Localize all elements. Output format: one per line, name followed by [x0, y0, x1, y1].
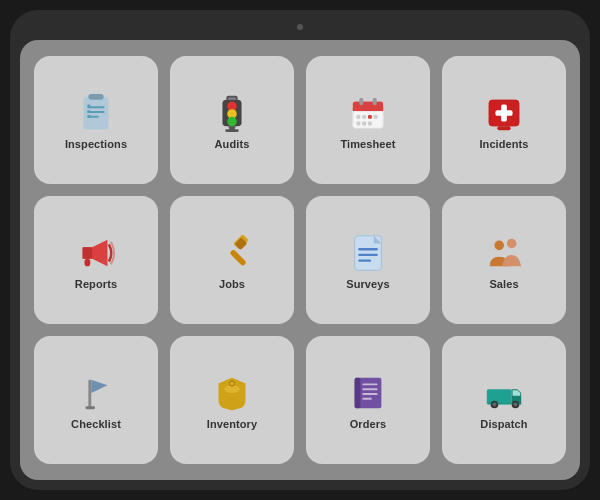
svg-rect-28: [362, 122, 366, 126]
app-label-sales: Sales: [489, 278, 518, 290]
svg-point-52: [224, 385, 239, 393]
app-label-reports: Reports: [75, 278, 117, 290]
svg-rect-61: [487, 389, 512, 404]
svg-point-14: [227, 117, 237, 127]
app-tile-inventory[interactable]: Inventory: [170, 336, 294, 464]
app-grid: Inspections Audits: [20, 40, 580, 480]
svg-rect-60: [362, 398, 372, 400]
device-frame: Inspections Audits: [10, 10, 590, 490]
dispatch-icon: [483, 372, 525, 414]
svg-rect-16: [225, 129, 238, 132]
svg-rect-58: [362, 388, 377, 390]
checklist-icon: [75, 372, 117, 414]
app-tile-audits[interactable]: Audits: [170, 56, 294, 184]
orders-icon: [347, 372, 389, 414]
svg-rect-29: [368, 122, 372, 126]
app-label-dispatch: Dispatch: [480, 418, 527, 430]
svg-rect-27: [357, 122, 361, 126]
app-tile-dispatch[interactable]: Dispatch: [442, 336, 566, 464]
camera-dot: [297, 24, 303, 30]
app-label-jobs: Jobs: [219, 278, 245, 290]
app-tile-jobs[interactable]: Jobs: [170, 196, 294, 324]
app-tile-sales[interactable]: Sales: [442, 196, 566, 324]
svg-point-54: [230, 382, 234, 386]
svg-rect-2: [88, 94, 103, 100]
svg-rect-37: [85, 259, 91, 267]
inventory-icon: [211, 372, 253, 414]
app-label-timesheet: Timesheet: [340, 138, 395, 150]
svg-rect-6: [87, 104, 90, 107]
app-label-inventory: Inventory: [207, 418, 257, 430]
reports-icon: [75, 232, 117, 274]
svg-rect-49: [88, 380, 91, 409]
app-tile-inspections[interactable]: Inspections: [34, 56, 158, 184]
app-label-audits: Audits: [215, 138, 250, 150]
app-tile-timesheet[interactable]: Timesheet: [306, 56, 430, 184]
app-label-inspections: Inspections: [65, 138, 127, 150]
inspections-icon: [75, 92, 117, 134]
app-label-orders: Orders: [350, 418, 387, 430]
svg-rect-23: [357, 115, 361, 119]
incidents-icon: [483, 92, 525, 134]
svg-rect-26: [374, 115, 378, 119]
svg-rect-7: [87, 110, 90, 113]
app-tile-checklist[interactable]: Checklist: [34, 336, 158, 464]
svg-rect-21: [359, 98, 363, 106]
app-label-surveys: Surveys: [346, 278, 390, 290]
svg-rect-34: [497, 126, 510, 130]
svg-rect-20: [353, 108, 384, 111]
timesheet-icon: [347, 92, 389, 134]
svg-rect-51: [86, 406, 96, 409]
svg-point-48: [507, 239, 517, 249]
svg-rect-22: [373, 98, 377, 106]
jobs-icon: [211, 232, 253, 274]
svg-rect-38: [229, 249, 247, 267]
svg-rect-36: [83, 247, 93, 258]
app-tile-surveys[interactable]: Surveys: [306, 196, 430, 324]
app-label-incidents: Incidents: [479, 138, 528, 150]
sales-icon: [483, 232, 525, 274]
svg-rect-57: [362, 383, 377, 385]
app-label-checklist: Checklist: [71, 418, 121, 430]
app-tile-reports[interactable]: Reports: [34, 196, 158, 324]
surveys-icon: [347, 232, 389, 274]
svg-marker-50: [91, 380, 107, 393]
svg-rect-25: [368, 115, 372, 119]
audits-icon: [211, 92, 253, 134]
svg-rect-67: [487, 403, 521, 405]
svg-point-47: [494, 241, 504, 251]
svg-rect-33: [495, 110, 512, 116]
svg-rect-56: [355, 378, 361, 409]
camera-bar: [260, 24, 340, 30]
svg-rect-24: [362, 115, 366, 119]
svg-rect-59: [362, 393, 377, 395]
app-tile-orders[interactable]: Orders: [306, 336, 430, 464]
svg-rect-8: [87, 115, 90, 118]
app-tile-incidents[interactable]: Incidents: [442, 56, 566, 184]
